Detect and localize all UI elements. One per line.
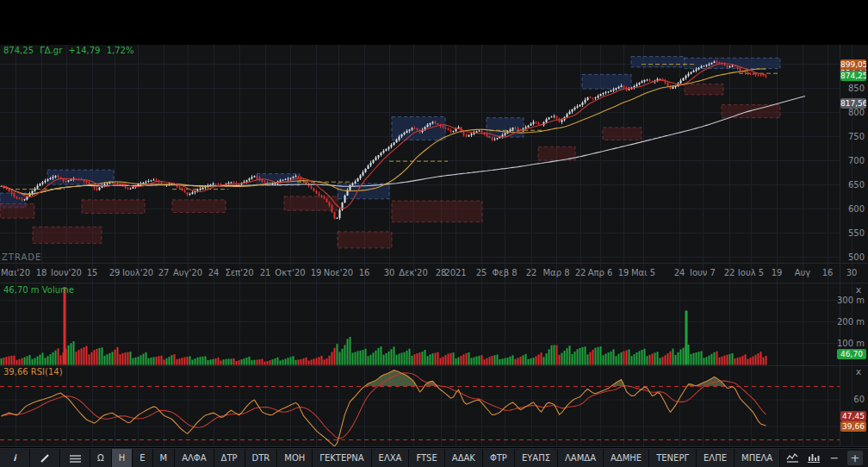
date-tick-label: Μαι 5 (631, 268, 655, 277)
date-tick-label: Φεβ 8 (492, 268, 517, 277)
bar-chart-icon (807, 452, 821, 464)
date-tick-label: Μαρ 8 (542, 268, 569, 277)
ticker-tab-δτρ[interactable]: ΔΤΡ (214, 449, 245, 467)
ticker-tabs: ΩΗΕΜΑΛΦΑΔΤΡDTRΜΟΗΓΕΚΤΕΡΝΑΕΛΧΑFTSEΑΔΑΚΦΤΡ… (90, 449, 780, 467)
ticker-tab-φτρ[interactable]: ΦΤΡ (483, 449, 515, 467)
price-axis-badge: 899,05 (840, 59, 866, 70)
rsi-axis-badge: 47,45 (840, 411, 866, 421)
date-tick-label: Οκτ'20 (275, 268, 305, 277)
rsi-axis-badge: 39,66 (840, 421, 866, 432)
rsi-panel-close-icon[interactable]: x (852, 366, 865, 378)
ticker-tab-ευαπς[interactable]: ΕΥΑΠΣ (515, 449, 558, 467)
trading-app-window: 900850800750700650600550500300 m200 m100… (0, 0, 868, 467)
info-icon: i (13, 453, 16, 463)
toolbar-right-group: − + (785, 449, 868, 467)
info-button[interactable]: i (0, 449, 30, 467)
date-tick-label: Σεπ'20 (225, 268, 253, 277)
ticker-tab-μ[interactable]: Μ (153, 449, 176, 467)
axis-tick-label: 500 (848, 252, 865, 262)
date-tick-label: 16 (822, 268, 834, 277)
date-tick-label: Ιουλ'20 (122, 268, 153, 277)
date-tick-label: Νοε'20 (324, 268, 353, 277)
zoom-out-button[interactable]: − (827, 451, 842, 465)
draw-pencil-icon (40, 452, 51, 464)
axis-tick-label: 600 (848, 204, 865, 214)
ticker-tab-μπελα[interactable]: ΜΠΕΛΑ (735, 449, 780, 467)
date-tick-label: 24 (208, 268, 220, 277)
date-tick-label: 30 (384, 268, 395, 277)
ticker-tab-αδμηε[interactable]: ΑΔΜΗΕ (604, 449, 649, 467)
ticker-tab-η[interactable]: Η (112, 449, 133, 467)
axis-tick-label: 60 (853, 395, 865, 404)
axis-tick-label: 550 (848, 228, 865, 238)
axis-tick-label: 800 (848, 108, 865, 117)
ticker-tab-ω[interactable]: Ω (90, 449, 112, 467)
axis-tick-label: 750 (848, 132, 865, 141)
ticker-tab-αλφα[interactable]: ΑΛΦΑ (175, 449, 214, 467)
price-axis-badge: 817,56 (840, 98, 866, 109)
date-tick-label: 22 (575, 268, 586, 277)
volume-axis-badge: 46,70 m (837, 349, 866, 359)
date-tick-label: 18 (36, 268, 47, 277)
bottom-toolbar: i ΩΗΕΜΑΛΦΑΔΤΡDTRΜΟΗΓΕΚΤΕΡΝΑΕΛΧΑFTSEΑΔΑΚΦ… (0, 448, 868, 467)
watchlist-icon (69, 453, 82, 464)
date-tick-label: 21 (260, 268, 271, 277)
axis-tick-label: 200 m (837, 317, 865, 327)
date-tick-label: Ιουλ 5 (738, 268, 764, 277)
ticker-tab-dtr[interactable]: DTR (245, 449, 278, 467)
date-tick-label: 22 (526, 268, 537, 277)
ticker-tab-ελπε[interactable]: ΕΛΠΕ (697, 449, 735, 467)
line-chart-button[interactable] (785, 451, 801, 465)
ticker-tab-τενεργ[interactable]: ΤΕΝΕΡΓ (649, 449, 697, 467)
ticker-tab-αδακ[interactable]: ΑΔΑΚ (445, 449, 483, 467)
date-tick-label: 2021 (444, 268, 466, 277)
date-tick-label: Ιουν 7 (690, 268, 716, 277)
axis-tick-label: 700 (848, 156, 865, 165)
date-tick-label: 19 (772, 268, 783, 277)
date-tick-label: 25 (476, 268, 487, 277)
date-tick-label: 22 (724, 268, 735, 277)
date-tick-label: Αυγ (795, 268, 811, 277)
axis-tick-label: 650 (848, 180, 865, 190)
volume-panel-close-icon[interactable]: x (852, 284, 865, 296)
axis-tick-label: 850 (848, 84, 865, 93)
date-tick-label: 19 (311, 268, 322, 277)
chart-canvas[interactable]: 900850800750700650600550500300 m200 m100… (0, 0, 868, 448)
axis-tick-label: 100 m (837, 339, 865, 348)
bar-chart-button[interactable] (806, 451, 822, 465)
draw-button[interactable] (30, 449, 60, 467)
date-tick-label: 16 (359, 268, 370, 277)
price-axis-badge: 874,25 (840, 71, 866, 81)
date-tick-label: Απρ 6 (588, 268, 613, 277)
watchlist-button[interactable] (60, 449, 90, 467)
ticker-tab-ftse[interactable]: FTSE (409, 449, 444, 467)
ticker-tab-μοη[interactable]: ΜΟΗ (277, 449, 313, 467)
date-tick-label: 24 (674, 268, 685, 277)
axis-tick-label: 300 m (837, 296, 865, 305)
date-tick-label: 27 (158, 268, 170, 277)
ticker-tab-ε[interactable]: Ε (133, 449, 152, 467)
date-tick-label: Δεκ'20 (399, 268, 428, 277)
zoom-in-button[interactable]: + (847, 451, 863, 465)
date-tick-label: 29 (109, 268, 121, 277)
date-tick-label: 15 (87, 268, 98, 277)
ticker-tab-ελχα[interactable]: ΕΛΧΑ (372, 449, 410, 467)
date-tick-label: Ιουν'20 (51, 268, 82, 277)
date-tick-label: Αυγ'20 (173, 268, 202, 277)
date-tick-label: Μαι'20 (1, 268, 30, 277)
date-tick-label: 19 (618, 268, 629, 277)
ticker-tab-γεκτερνα[interactable]: ΓΕΚΤΕΡΝΑ (313, 449, 371, 467)
line-chart-icon (786, 452, 800, 464)
date-tick-label: 30 (846, 268, 858, 277)
ticker-tab-λαμδα[interactable]: ΛΑΜΔΑ (558, 449, 604, 467)
